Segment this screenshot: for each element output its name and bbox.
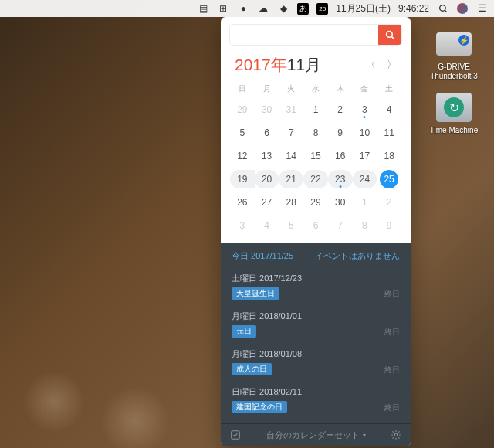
calendar-day[interactable]: 3 — [230, 216, 255, 235]
calendar-day[interactable]: 4 — [255, 216, 279, 235]
event-date: 月曜日 2018/01/08 — [232, 348, 400, 360]
calendar-day[interactable]: 13 — [255, 147, 279, 165]
calendar-day[interactable]: 30 — [255, 100, 279, 119]
event-item[interactable]: 月曜日 2018/02/12振替休日終日 — [221, 419, 411, 423]
desktop-icons: ⚡ G-DRIVE Thunderbolt 3 ↻ Time Machine — [423, 28, 485, 135]
event-type: 終日 — [384, 402, 400, 413]
calendar-day[interactable]: 5 — [230, 124, 255, 142]
input-method-icon[interactable]: あ — [297, 3, 309, 15]
calendar-day[interactable]: 6 — [255, 124, 279, 142]
calendar-day[interactable]: 19 — [230, 170, 255, 188]
calendar-day[interactable]: 2 — [377, 193, 401, 212]
calendar-day[interactable]: 20 — [255, 170, 279, 188]
calendar-day[interactable]: 26 — [230, 193, 255, 212]
calendar-day[interactable]: 2 — [328, 100, 353, 119]
event-tag: 元日 — [232, 325, 256, 338]
gear-icon[interactable] — [391, 429, 401, 442]
event-tag: 建国記念の日 — [232, 401, 287, 413]
event-date: 月曜日 2018/01/01 — [232, 311, 400, 322]
calendar-day[interactable]: 22 — [303, 170, 328, 188]
event-item[interactable]: 土曜日 2017/12/23天皇誕生日終日 — [221, 268, 411, 306]
event-item[interactable]: 月曜日 2018/01/01元日終日 — [221, 306, 411, 344]
calendar-day[interactable]: 8 — [353, 216, 377, 235]
svg-line-3 — [391, 36, 394, 39]
calendar-set-label: 自分のカレンダーセット — [266, 429, 360, 441]
calendar-day[interactable]: 23 — [328, 170, 353, 188]
weekday-header: 月 — [255, 82, 279, 96]
shapes-icon[interactable]: ◆ — [277, 2, 289, 15]
events-panel: 今日 2017/11/25 イベントはありません 土曜日 2017/12/23天… — [221, 243, 411, 423]
popover-footer: 自分のカレンダーセット ▾ — [221, 423, 411, 446]
calendar-day[interactable]: 18 — [377, 147, 401, 165]
calendar-day[interactable]: 6 — [303, 216, 328, 235]
search-icon — [385, 30, 395, 40]
calendar-day[interactable]: 16 — [328, 147, 353, 165]
event-date: 日曜日 2018/02/11 — [232, 386, 400, 398]
kanban-icon[interactable]: ⊞ — [217, 2, 229, 15]
calendar-day[interactable]: 31 — [279, 100, 303, 119]
month-title: 2017年11月 — [235, 54, 321, 76]
calendar-day[interactable]: 30 — [328, 193, 353, 212]
event-date: 土曜日 2017/12/23 — [232, 273, 400, 284]
calendar-day[interactable]: 5 — [279, 216, 303, 235]
calendar-day[interactable]: 25 — [380, 170, 398, 188]
event-item[interactable]: 日曜日 2018/02/11建国記念の日終日 — [221, 382, 411, 419]
siri-icon[interactable] — [457, 3, 468, 14]
drive-label: G-DRIVE Thunderbolt 3 — [430, 63, 478, 80]
calendar-day[interactable]: 9 — [328, 124, 353, 142]
search-button[interactable] — [378, 25, 401, 45]
timemachine-icon: ↻ — [444, 97, 464, 117]
calendar-day[interactable]: 27 — [255, 193, 279, 212]
calendar-day[interactable]: 29 — [230, 100, 255, 119]
calendar-day[interactable]: 28 — [279, 193, 303, 212]
calendar-day[interactable]: 8 — [303, 124, 328, 142]
notification-center-icon[interactable]: ☰ — [475, 2, 488, 15]
search-wrap — [230, 25, 401, 45]
next-month-button[interactable]: 〉 — [387, 58, 397, 72]
calendar-day[interactable]: 3 — [353, 100, 377, 119]
svg-point-0 — [439, 5, 445, 11]
drive-label: Time Machine — [430, 126, 478, 135]
cloud-icon[interactable]: ☁ — [257, 2, 269, 15]
event-tag: 天皇誕生日 — [232, 287, 279, 300]
weekday-header: 土 — [377, 82, 401, 96]
weekday-header: 火 — [279, 82, 303, 96]
calendar-day[interactable]: 24 — [353, 170, 377, 188]
calendar-set-selector[interactable]: 自分のカレンダーセット ▾ — [266, 429, 366, 441]
checklist-icon[interactable] — [230, 429, 241, 442]
search-input[interactable] — [230, 25, 378, 45]
calendar-day[interactable]: 11 — [377, 124, 401, 142]
calendar-day[interactable]: 7 — [328, 216, 353, 235]
event-item[interactable]: 月曜日 2018/01/08成人の日終日 — [221, 344, 411, 382]
calendar-day[interactable]: 12 — [230, 147, 255, 165]
prev-month-button[interactable]: 〈 — [366, 58, 376, 72]
record-icon[interactable]: ● — [237, 2, 249, 15]
event-type: 終日 — [384, 365, 400, 375]
calendar-day[interactable]: 1 — [353, 193, 377, 212]
calendar-menubar-icon[interactable]: 25 — [316, 3, 328, 15]
calendar-day[interactable]: 15 — [303, 147, 328, 165]
spotlight-icon[interactable] — [437, 2, 449, 15]
desktop-drive-timemachine[interactable]: ↻ Time Machine — [423, 91, 485, 135]
weekday-header: 金 — [353, 82, 377, 96]
calendar-grid: 日月火水木金土293031123456789101112131415161718… — [221, 80, 411, 243]
calendar-day[interactable]: 10 — [353, 124, 377, 142]
thunderbolt-icon: ⚡ — [458, 35, 469, 46]
svg-point-2 — [386, 31, 392, 37]
calendar-day[interactable]: 1 — [303, 100, 328, 119]
calendar-day[interactable]: 7 — [279, 124, 303, 142]
calendar-day[interactable]: 21 — [279, 170, 303, 188]
events-today-header: 今日 2017/11/25 — [232, 250, 293, 262]
calendar-day[interactable]: 17 — [353, 147, 377, 165]
menubar-time[interactable]: 9:46:22 — [398, 3, 429, 14]
event-type: 終日 — [384, 289, 400, 300]
svg-rect-4 — [232, 430, 240, 439]
menu-list-icon[interactable]: ▤ — [197, 2, 209, 15]
svg-line-1 — [445, 10, 447, 12]
menubar-date[interactable]: 11月25日(土) — [336, 2, 391, 15]
desktop-drive-gdrive[interactable]: ⚡ G-DRIVE Thunderbolt 3 — [423, 28, 485, 80]
calendar-day[interactable]: 4 — [377, 100, 401, 119]
calendar-day[interactable]: 9 — [377, 216, 401, 235]
calendar-day[interactable]: 29 — [303, 193, 328, 212]
calendar-day[interactable]: 14 — [279, 147, 303, 165]
